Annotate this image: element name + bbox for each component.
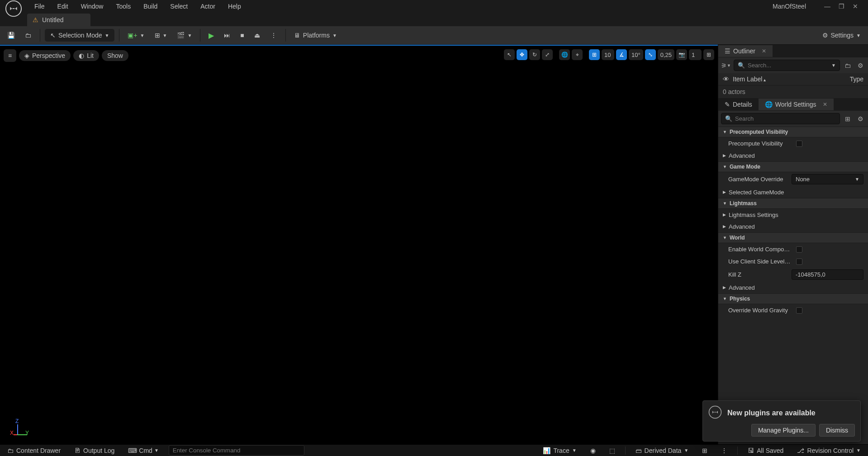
selection-mode-dropdown[interactable]: ↖ Selection Mode ▼ — [45, 29, 114, 42]
translate-tool[interactable]: ✥ — [517, 49, 527, 60]
trace-live-button[interactable]: ◉ — [587, 446, 599, 456]
cinematics-icon: 🎬 — [177, 32, 185, 39]
scale-tool[interactable]: ⤢ — [542, 49, 553, 60]
settings-dropdown[interactable]: Settings ▼ — [819, 29, 865, 42]
camera-speed-button[interactable]: 📷 — [676, 49, 687, 60]
menu-select[interactable]: Select — [164, 1, 194, 12]
play-button[interactable]: ▶ — [205, 28, 218, 42]
subsection-advanced-world[interactable]: ▶Advanced — [718, 282, 868, 293]
outliner-search-input[interactable] — [748, 62, 829, 69]
browse-button[interactable]: 🗀 — [21, 29, 35, 42]
all-saved-button[interactable]: 🖫All Saved — [744, 446, 787, 456]
step-button[interactable]: ⏭ — [220, 29, 234, 42]
console-command-input[interactable] — [169, 445, 304, 456]
prop-gamemode-override: GameMode Override None▼ — [718, 172, 868, 186]
enable-world-composition-checkbox[interactable] — [796, 246, 802, 253]
step-icon: ⏭ — [224, 32, 230, 39]
trace-dropdown[interactable]: 📊Trace▼ — [539, 446, 580, 456]
manage-plugins-button[interactable]: Manage Plugins... — [751, 424, 816, 437]
status-kebab-button[interactable]: ⋮ — [717, 446, 731, 456]
show-dropdown[interactable]: Show — [102, 50, 128, 61]
world-settings-search-input[interactable] — [735, 115, 836, 122]
outliner-tab[interactable]: ☰ Outliner ✕ — [718, 45, 773, 57]
outliner-settings-button[interactable]: ⚙ — [855, 61, 865, 71]
output-log-button[interactable]: 🖹Output Log — [71, 446, 118, 456]
details-tab[interactable]: ✎ Details — [718, 99, 759, 110]
grid-snap-value[interactable]: 10 — [602, 49, 614, 60]
property-matrix-button[interactable]: ⊞ — [843, 114, 853, 124]
outliner-col-item[interactable]: Item Label — [733, 75, 766, 83]
precompute-visibility-checkbox[interactable] — [796, 141, 802, 147]
menu-edit[interactable]: Edit — [51, 1, 75, 12]
client-side-streaming-checkbox[interactable] — [796, 259, 802, 265]
add-content-dropdown[interactable]: ▣+▼ — [124, 29, 148, 42]
grid-snap-button[interactable]: ⊞ — [589, 49, 600, 60]
surface-snap-button[interactable]: ⌖ — [572, 49, 583, 60]
viewport[interactable]: ≡ ◈Perspective ◐Lit Show ↖ ✥ ↻ ⤢ 🌐 ⌖ ⊞ 1… — [0, 45, 718, 444]
close-button[interactable]: ✕ — [853, 3, 858, 10]
save-button[interactable]: 💾 — [4, 29, 18, 42]
section-precomputed-visibility[interactable]: ▼Precomputed Visibility — [718, 127, 868, 137]
section-physics[interactable]: ▼Physics — [718, 293, 868, 304]
viewport-layout-button[interactable]: ⊞ — [703, 49, 714, 60]
maximize-button[interactable]: ❐ — [839, 3, 844, 10]
coord-space-button[interactable]: 🌐 — [559, 49, 570, 60]
eject-button[interactable]: ⏏ — [251, 29, 264, 42]
kill-z-field[interactable]: -1048575,0 — [792, 269, 863, 280]
content-drawer-button[interactable]: 🗀Content Drawer — [4, 446, 64, 456]
section-lightmass[interactable]: ▼Lightmass — [718, 198, 868, 209]
subsection-selected-gamemode[interactable]: ▶Selected GameMode — [718, 186, 868, 198]
outliner-new-folder-button[interactable]: 🗀 — [843, 61, 853, 71]
prop-enable-world-composition: Enable World Composition — [718, 243, 868, 255]
lit-label: Lit — [87, 52, 94, 59]
level-tab[interactable]: ⚠ Untitled — [27, 14, 90, 26]
camera-speed-value[interactable]: 1 — [689, 49, 702, 60]
menu-actor[interactable]: Actor — [194, 1, 222, 12]
section-game-mode[interactable]: ▼Game Mode — [718, 161, 868, 172]
world-settings-close-button[interactable]: ✕ — [823, 101, 827, 108]
angle-snap-button[interactable]: ∡ — [616, 49, 627, 60]
play-options-button[interactable]: ⋮ — [266, 29, 281, 42]
trace-store-button[interactable]: ⬚ — [606, 446, 619, 456]
override-world-gravity-checkbox[interactable] — [796, 307, 802, 314]
cinematics-dropdown[interactable]: 🎬▼ — [173, 29, 195, 42]
derived-data-dropdown[interactable]: 🗃Derived Data▼ — [632, 446, 693, 456]
outliner-filter-button[interactable]: ⚞▼ — [721, 61, 731, 71]
subsection-advanced-lightmass[interactable]: ▶Advanced — [718, 221, 868, 232]
viewport-menu-button[interactable]: ≡ — [4, 49, 16, 62]
section-world[interactable]: ▼World — [718, 232, 868, 243]
dismiss-notification-button[interactable]: Dismiss — [819, 424, 855, 437]
menu-tools[interactable]: Tools — [109, 1, 137, 12]
menu-window[interactable]: Window — [75, 1, 110, 12]
gamemode-override-dropdown[interactable]: None▼ — [792, 174, 863, 184]
outliner-col-type[interactable]: Type — [850, 75, 863, 83]
outliner-actor-count: 0 actors — [718, 85, 868, 98]
app-title: ManOfSteel — [773, 3, 824, 10]
menu-build[interactable]: Build — [137, 1, 164, 12]
blueprint-dropdown[interactable]: ⊞▼ — [151, 29, 171, 42]
outliner-search[interactable]: 🔍 ▼ — [734, 60, 840, 71]
outliner-close-button[interactable]: ✕ — [762, 48, 766, 54]
world-settings-search[interactable]: 🔍 — [721, 113, 840, 124]
menu-help[interactable]: Help — [222, 1, 247, 12]
revision-control-dropdown[interactable]: ⎇Revision Control▼ — [793, 446, 864, 456]
platforms-dropdown[interactable]: 🖥 Platforms ▼ — [290, 29, 341, 42]
subsection-advanced-pcv[interactable]: ▶Advanced — [718, 150, 868, 161]
world-settings-gear-button[interactable]: ⚙ — [855, 114, 865, 124]
log-icon: 🖹 — [74, 447, 81, 454]
visibility-icon[interactable]: 👁 — [723, 75, 729, 83]
scale-snap-value[interactable]: 0,25 — [658, 49, 674, 60]
lit-dropdown[interactable]: ◐Lit — [73, 50, 99, 61]
perspective-dropdown[interactable]: ◈Perspective — [19, 50, 71, 61]
layout-grid-button[interactable]: ⊞ — [698, 446, 711, 456]
subsection-lightmass-settings[interactable]: ▶Lightmass Settings — [718, 209, 868, 221]
world-settings-tab[interactable]: 🌐 World Settings ✕ — [759, 99, 834, 110]
minimize-button[interactable]: — — [824, 3, 830, 10]
scale-snap-button[interactable]: ⤡ — [645, 49, 656, 60]
stop-button[interactable]: ■ — [237, 29, 247, 42]
select-tool[interactable]: ↖ — [504, 49, 515, 60]
cmd-dropdown[interactable]: ⌨Cmd▼ — [124, 446, 162, 456]
menu-file[interactable]: File — [28, 1, 51, 12]
rotate-tool[interactable]: ↻ — [529, 49, 540, 60]
angle-snap-value[interactable]: 10° — [629, 49, 643, 60]
